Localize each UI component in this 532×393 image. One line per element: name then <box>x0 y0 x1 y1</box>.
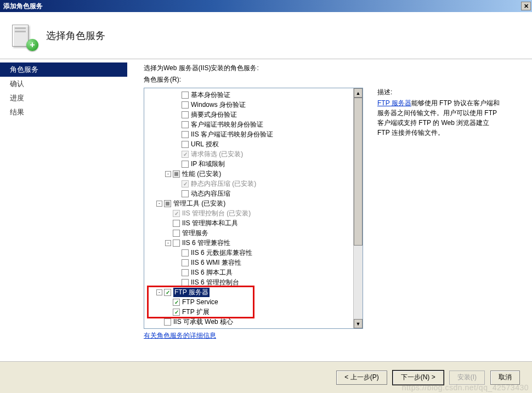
tree-row[interactable]: -FTP 服务器 <box>144 287 363 297</box>
tree-row[interactable]: IIS 6 管理控制台 <box>144 277 363 287</box>
tree-row[interactable]: 基本身份验证 <box>144 90 363 100</box>
tree-label[interactable]: IIS 6 脚本工具 <box>191 268 233 277</box>
tree-label[interactable]: IP 和域限制 <box>191 160 225 169</box>
checkbox[interactable] <box>182 131 189 138</box>
checkbox[interactable] <box>173 299 180 306</box>
tree-row[interactable]: IIS 管理控制台 (已安装) <box>144 208 363 218</box>
checkbox[interactable] <box>164 200 171 207</box>
tree-label[interactable]: IIS 可承载 Web 核心 <box>173 317 233 327</box>
tree-row[interactable]: 客户端证书映射身份验证 <box>144 119 363 129</box>
tree-row[interactable]: FTP Service <box>144 297 363 307</box>
tree-label[interactable]: 静态内容压缩 (已安装) <box>191 179 256 189</box>
tree-label[interactable]: 基本身份验证 <box>191 90 230 100</box>
wizard-header: + 选择角色服务 <box>0 12 532 59</box>
more-info-link[interactable]: 有关角色服务的详细信息 <box>144 331 524 340</box>
tree-row[interactable]: IIS 6 元数据库兼容性 <box>144 248 363 258</box>
tree-row[interactable]: Windows 身份验证 <box>144 100 363 110</box>
scroll-up-button[interactable]: ▲ <box>354 88 363 98</box>
tree-row[interactable]: IP 和域限制 <box>144 159 363 169</box>
scroll-down-button[interactable]: ▼ <box>354 319 363 328</box>
description-pane: 描述: FTP 服务器能够使用 FTP 协议在客户端和服务器之间传输文件。用户可… <box>377 88 500 329</box>
tree-scrollbar[interactable]: ▲ ▼ <box>353 88 363 328</box>
checkbox[interactable] <box>182 279 189 286</box>
checkbox[interactable] <box>173 220 180 227</box>
tree-label[interactable]: IIS 管理控制台 (已安装) <box>182 209 251 218</box>
checkbox[interactable] <box>182 249 189 257</box>
checkbox[interactable] <box>182 141 189 148</box>
tree-row[interactable]: -管理工具 (已安装) <box>144 198 363 208</box>
tree-label[interactable]: IIS 6 管理兼容性 <box>182 238 230 248</box>
tree-label[interactable]: FTP 服务器 <box>173 288 210 297</box>
tree-row[interactable]: 请求筛选 (已安装) <box>144 149 363 159</box>
tree-label[interactable]: 动态内容压缩 <box>191 189 230 198</box>
tree-row[interactable]: URL 授权 <box>144 139 363 149</box>
tree-label[interactable]: 摘要式身份验证 <box>191 110 237 119</box>
role-services-tree[interactable]: 基本身份验证Windows 身份验证摘要式身份验证客户端证书映射身份验证IIS … <box>144 88 363 329</box>
wizard-step-0[interactable]: 角色服务 <box>0 62 127 77</box>
previous-button[interactable]: < 上一步(P) <box>336 371 387 385</box>
checkbox[interactable] <box>182 101 189 109</box>
tree-label[interactable]: IIS 6 元数据库兼容性 <box>191 248 252 258</box>
wizard-step-1[interactable]: 确认 <box>0 77 127 91</box>
expand-toggle-icon[interactable]: - <box>156 201 162 207</box>
checkbox[interactable] <box>182 121 189 128</box>
checkbox[interactable] <box>173 309 180 316</box>
description-link[interactable]: FTP 服务器 <box>377 99 411 107</box>
title-bar: 添加角色服务 ✕ <box>0 0 532 12</box>
tree-row[interactable]: 静态内容压缩 (已安装) <box>144 179 363 189</box>
checkbox[interactable] <box>182 269 189 276</box>
tree-row[interactable]: IIS 可承载 Web 核心 <box>144 317 363 327</box>
checkbox[interactable] <box>173 170 180 178</box>
tree-label[interactable]: IIS 6 WMI 兼容性 <box>191 258 241 267</box>
checkbox[interactable] <box>182 190 189 197</box>
checkbox[interactable] <box>182 92 189 99</box>
install-button: 安装(I) <box>449 371 485 385</box>
expand-toggle-icon[interactable]: - <box>165 240 171 246</box>
checkbox[interactable] <box>173 240 180 247</box>
description-body: FTP 服务器能够使用 FTP 协议在客户端和服务器之间传输文件。用户可以使用 … <box>377 98 500 138</box>
tree-row[interactable]: IIS 客户端证书映射身份验证 <box>144 129 363 139</box>
tree-row[interactable]: IIS 6 脚本工具 <box>144 267 363 277</box>
tree-label[interactable]: IIS 管理脚本和工具 <box>182 219 238 228</box>
checkbox[interactable] <box>173 230 180 237</box>
main-panel: 选择为Web 服务器(IIS)安装的角色服务: 角色服务(R): 基本身份验证W… <box>127 59 532 361</box>
expand-toggle-icon[interactable]: - <box>165 171 171 177</box>
expand-toggle-icon[interactable]: - <box>156 289 162 295</box>
tree-row[interactable]: -性能 (已安装) <box>144 169 363 179</box>
next-button[interactable]: 下一步(N) > <box>393 371 444 385</box>
cancel-button[interactable]: 取消 <box>490 371 520 385</box>
tree-label[interactable]: IIS 6 管理控制台 <box>191 278 239 287</box>
wizard-footer: < 上一步(P) 下一步(N) > 安装(I) 取消 <box>0 361 532 393</box>
checkbox <box>173 210 180 217</box>
tree-label[interactable]: 客户端证书映射身份验证 <box>191 120 263 129</box>
tree-row[interactable]: 管理服务 <box>144 228 363 238</box>
tree-label[interactable]: 性能 (已安装) <box>182 169 221 179</box>
tree-label[interactable]: 请求筛选 (已安装) <box>191 150 243 159</box>
page-title: 选择角色服务 <box>46 29 105 42</box>
checkbox[interactable] <box>182 259 189 266</box>
checkbox[interactable] <box>182 111 189 118</box>
checkbox[interactable] <box>164 289 171 296</box>
checkbox[interactable] <box>164 318 171 326</box>
tree-row[interactable]: 动态内容压缩 <box>144 189 363 198</box>
tree-label[interactable]: IIS 客户端证书映射身份验证 <box>191 130 273 139</box>
tree-row[interactable]: IIS 6 WMI 兼容性 <box>144 258 363 267</box>
checkbox <box>182 180 189 187</box>
wizard-body: 角色服务确认进度结果 选择为Web 服务器(IIS)安装的角色服务: 角色服务(… <box>0 59 532 361</box>
tree-label[interactable]: 管理工具 (已安装) <box>173 199 225 208</box>
wizard-step-3[interactable]: 结果 <box>0 105 127 119</box>
tree-row[interactable]: 摘要式身份验证 <box>144 110 363 119</box>
tree-label[interactable]: FTP Service <box>182 298 218 306</box>
close-button[interactable]: ✕ <box>521 2 531 10</box>
scroll-thumb[interactable] <box>354 98 363 246</box>
tree-label[interactable]: 管理服务 <box>182 229 208 238</box>
wizard-step-2[interactable]: 进度 <box>0 91 127 105</box>
checkbox[interactable] <box>182 161 189 168</box>
close-icon: ✕ <box>524 3 529 10</box>
tree-label[interactable]: URL 授权 <box>191 140 219 149</box>
tree-row[interactable]: IIS 管理脚本和工具 <box>144 218 363 228</box>
tree-label[interactable]: FTP 扩展 <box>182 307 210 317</box>
tree-row[interactable]: -IIS 6 管理兼容性 <box>144 238 363 248</box>
tree-row[interactable]: FTP 扩展 <box>144 307 363 317</box>
tree-label[interactable]: Windows 身份验证 <box>191 100 246 110</box>
